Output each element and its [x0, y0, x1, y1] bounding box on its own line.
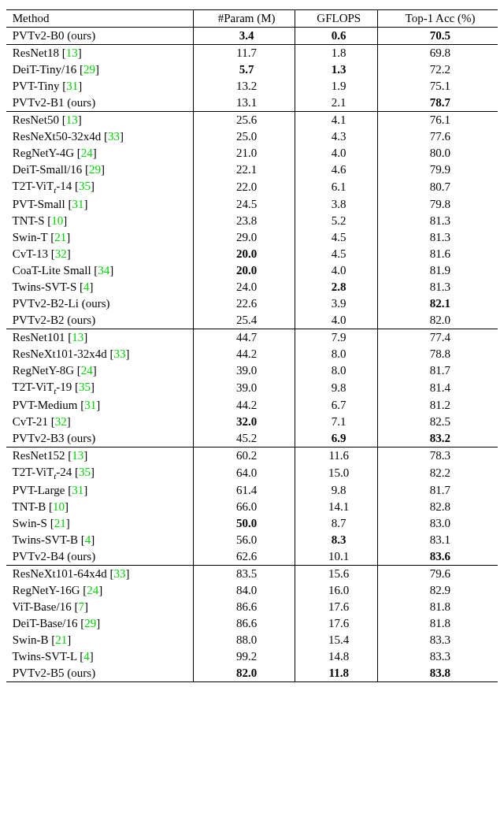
- cell-acc: 81.2: [377, 397, 498, 414]
- cell-method: Twins-SVT-S [4]: [6, 279, 193, 295]
- table-row: PVT-Tiny [31]13.21.975.1: [6, 78, 498, 95]
- citation[interactable]: 24: [81, 364, 93, 377]
- cell-acc: 81.7: [377, 362, 498, 379]
- citation[interactable]: 33: [113, 567, 125, 580]
- cell-gflops: 1.3: [295, 61, 377, 78]
- cell-param: 25.6: [193, 112, 295, 129]
- cell-gflops: 6.9: [295, 430, 377, 447]
- col-acc: Top-1 Acc (%): [377, 10, 498, 28]
- cell-method: ResNeXt50-32x4d [33]: [6, 128, 193, 145]
- results-table: Method#Param (M)GFLOPSTop-1 Acc (%) PVTv…: [6, 9, 498, 682]
- citation[interactable]: 13: [72, 449, 83, 462]
- col-gflops: GFLOPS: [295, 10, 377, 28]
- citation[interactable]: 21: [54, 231, 66, 243]
- cell-param: 3.4: [193, 28, 295, 45]
- cell-method: T2T-ViTt-24 [35]: [6, 464, 193, 482]
- table-row: RegNetY-16G [24]84.016.082.9: [6, 582, 498, 599]
- citation[interactable]: 24: [87, 584, 98, 596]
- citation[interactable]: 10: [53, 500, 65, 513]
- cell-gflops: 4.1: [295, 112, 377, 129]
- citation[interactable]: 4: [85, 533, 91, 546]
- table-row: ResNet101 [13]44.77.977.4: [6, 329, 498, 347]
- table-row: TNT-B [10]66.014.182.8: [6, 499, 498, 515]
- table-row: PVTv2-B2-Li (ours)22.63.982.1: [6, 295, 498, 312]
- cell-param: 50.0: [193, 515, 295, 532]
- citation[interactable]: 33: [113, 347, 125, 360]
- cell-param: 5.7: [193, 61, 295, 78]
- table-row: PVTv2-B5 (ours)82.011.883.8: [6, 665, 498, 682]
- citation[interactable]: 35: [79, 466, 91, 478]
- citation[interactable]: 35: [79, 381, 91, 393]
- citation[interactable]: 35: [79, 180, 91, 192]
- cell-param: 44.2: [193, 346, 295, 362]
- cell-method: ResNeXt101-32x4d [33]: [6, 346, 193, 362]
- citation[interactable]: 31: [72, 198, 83, 210]
- citation[interactable]: 13: [72, 331, 83, 344]
- citation[interactable]: 31: [84, 399, 96, 411]
- cell-acc: 75.1: [377, 78, 498, 95]
- table-row: PVTv2-B2 (ours)25.44.082.0: [6, 312, 498, 329]
- col-method: Method: [6, 10, 193, 28]
- citation[interactable]: 10: [51, 214, 63, 227]
- table-row: Swin-T [21]29.04.581.3: [6, 229, 498, 246]
- table-row: Twins-SVT-B [4]56.08.383.1: [6, 532, 498, 548]
- citation[interactable]: 34: [98, 264, 109, 277]
- citation[interactable]: 29: [83, 63, 95, 76]
- citation[interactable]: 21: [55, 633, 67, 646]
- cell-gflops: 8.3: [295, 532, 377, 548]
- cell-gflops: 7.1: [295, 414, 377, 430]
- cell-acc: 82.2: [377, 464, 498, 482]
- citation[interactable]: 4: [83, 280, 90, 293]
- citation[interactable]: 32: [55, 415, 67, 428]
- cell-method: PVTv2-B1 (ours): [6, 95, 193, 112]
- cell-param: 82.0: [193, 665, 295, 682]
- cell-param: 25.0: [193, 128, 295, 145]
- cell-gflops: 4.5: [295, 229, 377, 246]
- cell-param: 22.6: [193, 295, 295, 312]
- citation[interactable]: 7: [78, 600, 84, 613]
- cell-gflops: 7.9: [295, 329, 377, 347]
- cell-param: 24.5: [193, 196, 295, 213]
- citation[interactable]: 31: [66, 80, 78, 92]
- cell-gflops: 15.4: [295, 632, 377, 648]
- cell-acc: 78.7: [377, 95, 498, 112]
- cell-acc: 81.3: [377, 213, 498, 229]
- table-row: RegNetY-8G [24]39.08.081.7: [6, 362, 498, 379]
- cell-gflops: 8.7: [295, 515, 377, 532]
- table-row: ResNet50 [13]25.64.176.1: [6, 112, 498, 129]
- citation[interactable]: 13: [66, 113, 78, 126]
- table-row: PVT-Small [31]24.53.879.8: [6, 196, 498, 213]
- table-row: Twins-SVT-L [4]99.214.883.3: [6, 648, 498, 665]
- cell-acc: 81.3: [377, 229, 498, 246]
- cell-method: Twins-SVT-B [4]: [6, 532, 193, 548]
- cell-gflops: 11.6: [295, 447, 377, 465]
- cell-method: PVTv2-B2-Li (ours): [6, 295, 193, 312]
- cell-acc: 70.5: [377, 28, 498, 45]
- cell-method: RegNetY-8G [24]: [6, 362, 193, 379]
- citation[interactable]: 33: [108, 130, 120, 143]
- cell-acc: 83.0: [377, 515, 498, 532]
- cell-gflops: 4.0: [295, 312, 377, 329]
- citation[interactable]: 13: [66, 46, 78, 59]
- table-row: PVT-Large [31]61.49.881.7: [6, 482, 498, 499]
- cell-acc: 82.8: [377, 499, 498, 515]
- cell-method: DeiT-Small/16 [29]: [6, 162, 193, 178]
- cell-method: RegNetY-4G [24]: [6, 145, 193, 162]
- cell-acc: 82.9: [377, 582, 498, 599]
- cell-method: PVT-Small [31]: [6, 196, 193, 213]
- citation[interactable]: 29: [89, 163, 101, 176]
- cell-method: ResNet50 [13]: [6, 112, 193, 129]
- cell-method: PVT-Large [31]: [6, 482, 193, 499]
- cell-param: 83.5: [193, 566, 295, 583]
- table-row: ResNet152 [13]60.211.678.3: [6, 447, 498, 465]
- cell-param: 61.4: [193, 482, 295, 499]
- cell-method: PVTv2-B5 (ours): [6, 665, 193, 682]
- citation[interactable]: 29: [84, 617, 96, 629]
- citation[interactable]: 21: [54, 517, 66, 529]
- cell-param: 86.6: [193, 599, 295, 615]
- citation[interactable]: 24: [81, 147, 93, 159]
- citation[interactable]: 32: [55, 247, 67, 260]
- table-row: TNT-S [10]23.85.281.3: [6, 213, 498, 229]
- citation[interactable]: 4: [83, 650, 90, 663]
- citation[interactable]: 31: [72, 484, 83, 496]
